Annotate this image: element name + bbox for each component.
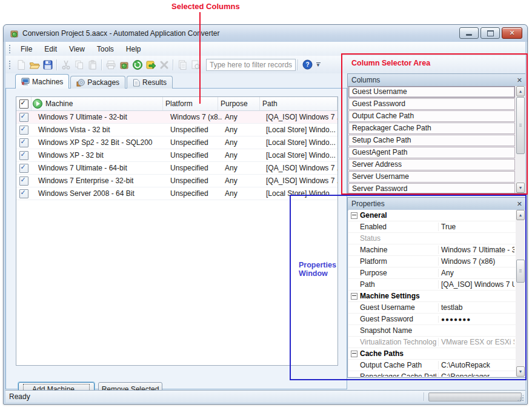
run-arrow-icon [145, 59, 156, 70]
menu-help[interactable]: Help [120, 43, 147, 55]
package-icon [119, 59, 130, 70]
table-row[interactable]: Windows Vista - 32 bit Unspecified Any [… [16, 124, 337, 136]
paste-button[interactable] [86, 58, 99, 72]
save-project-button[interactable] [41, 58, 55, 72]
build-package-button[interactable] [118, 58, 131, 72]
properties-panel-title: Properties [351, 200, 385, 208]
scrollbar-thumb[interactable] [516, 97, 525, 154]
window-title: Conversion Project 5.aacx - Automated Ap… [22, 29, 220, 38]
toolbar-options-button[interactable]: ▼ [314, 59, 322, 71]
select-all-checkbox[interactable] [19, 99, 28, 109]
close-icon[interactable]: ✕ [517, 201, 522, 207]
table-row[interactable]: Windows 7 Ultimate - 64-bit Unspecified … [16, 162, 337, 175]
tab-machines[interactable]: Machines [15, 74, 69, 89]
property-row[interactable]: Status [348, 233, 525, 244]
cut-button[interactable] [59, 58, 73, 72]
column-item[interactable]: Guest Username [348, 86, 515, 98]
column-item[interactable]: Output Cache Path [348, 110, 515, 122]
scroll-up-icon[interactable]: ▲ [516, 86, 525, 96]
maximize-button[interactable] [480, 27, 500, 39]
table-row[interactable]: Windows XP Sp2 - 32 Bit - SQL200 Unspeci… [16, 136, 337, 149]
scroll-down-icon[interactable]: ▼ [516, 183, 525, 193]
property-row[interactable]: PlatformWindows 7 (x86) [348, 256, 525, 267]
table-row[interactable]: Windows XP - 32 bit Unspecified Any [Loc… [16, 149, 337, 162]
property-row[interactable]: Guest Usernametestlab [348, 302, 525, 314]
properties-panel-header: Properties ✕ [348, 198, 525, 210]
filter-records-input[interactable] [206, 59, 296, 71]
table-row[interactable]: Windows 7 Ultimate - 32-bit Windows 7 (x… [16, 111, 337, 124]
property-row[interactable]: Path[QA_ISO] Windows 7 Ul [348, 279, 525, 291]
close-icon[interactable]: ✕ [517, 77, 522, 84]
collapse-icon[interactable] [351, 351, 357, 357]
menu-file[interactable]: File [15, 43, 38, 55]
properties-scrollbar[interactable]: ▲ ▼ [516, 210, 525, 377]
column-item[interactable]: Server Address [348, 159, 515, 170]
copy-icon [74, 59, 85, 70]
results-icon [133, 79, 140, 87]
print-button[interactable] [104, 58, 118, 72]
property-row[interactable]: PurposeAny [348, 267, 525, 279]
property-row[interactable]: Snapshot Name [348, 325, 525, 337]
open-project-button[interactable] [28, 58, 41, 72]
copy-report-button[interactable] [176, 58, 189, 72]
menubar-grip[interactable] [8, 44, 11, 53]
property-row[interactable]: Guest Password●●●●●●● [348, 314, 525, 325]
minimize-button[interactable] [459, 27, 479, 39]
property-row[interactable]: EnabledTrue [348, 221, 525, 233]
menu-edit[interactable]: Edit [38, 43, 63, 55]
row-checkbox[interactable] [19, 164, 28, 173]
refresh-icon [132, 59, 143, 70]
close-button[interactable]: ✕ [502, 27, 522, 39]
column-header-platform[interactable]: Platform [163, 97, 218, 110]
column-item[interactable]: GuestAgent Path [348, 147, 515, 158]
tab-results[interactable]: Results [127, 76, 173, 89]
stop-button[interactable] [158, 58, 171, 72]
remove-selected-button[interactable]: Remove Selected [98, 382, 162, 391]
column-item[interactable]: Server Password [348, 183, 515, 193]
column-item[interactable]: Repackager Cache Path [348, 123, 515, 134]
tab-packages[interactable]: Packages [70, 76, 125, 89]
property-group-row[interactable]: General [348, 210, 525, 221]
column-item[interactable]: Server Username [348, 171, 515, 183]
property-group-row[interactable]: Machine Settings [348, 291, 525, 302]
columns-scrollbar[interactable]: ▲ ▼ [516, 86, 525, 193]
menu-view[interactable]: View [63, 43, 91, 55]
toolbar-grip[interactable] [8, 60, 11, 69]
properties-panel: Properties ✕ General EnabledTrue Status … [347, 197, 525, 378]
property-row[interactable]: Output Cache PathC:\AutoRepack [348, 360, 525, 371]
save-icon [42, 59, 53, 70]
table-header-row: Machine Platform Purpose Path [16, 97, 337, 111]
column-item[interactable]: Guest Password [348, 98, 515, 110]
add-machine-button[interactable]: Add Machine... [18, 382, 95, 391]
menu-tools[interactable]: Tools [91, 43, 120, 55]
column-item[interactable]: Setup Cache Path [348, 135, 515, 146]
property-row[interactable]: Repackager Cache PathC:\Repackager [348, 371, 525, 377]
column-header-machine[interactable]: Machine [32, 97, 163, 110]
scrollbar-thumb[interactable] [516, 260, 525, 283]
scroll-down-icon[interactable]: ▼ [516, 366, 525, 377]
scroll-up-icon[interactable]: ▲ [516, 210, 525, 220]
column-header-purpose[interactable]: Purpose [218, 97, 260, 110]
column-header-path[interactable]: Path [260, 97, 337, 110]
collapse-icon[interactable] [351, 212, 357, 219]
client-area: Machines Packages Results [5, 73, 525, 391]
property-group-row[interactable]: Cache Paths [348, 348, 525, 360]
row-checkbox[interactable] [19, 189, 28, 198]
help-button[interactable]: ? [301, 58, 314, 72]
copy-button[interactable] [73, 58, 86, 72]
toolbar-separator [101, 59, 102, 70]
row-checkbox[interactable] [19, 176, 28, 186]
row-checkbox[interactable] [19, 113, 28, 122]
collapse-icon[interactable] [351, 293, 357, 300]
row-checkbox[interactable] [19, 138, 28, 147]
row-checkbox[interactable] [19, 151, 28, 160]
refresh-button[interactable] [131, 58, 144, 72]
table-row[interactable]: Windows 7 Enterprise - 32-bit Unspecifie… [16, 175, 337, 187]
open-folder-icon [29, 59, 40, 70]
property-row[interactable]: MachineWindows 7 Ultimate - 3 [348, 244, 525, 256]
run-conversion-button[interactable] [144, 58, 158, 72]
property-row[interactable]: Virtualization TechnologVMware ESX or ES… [348, 337, 525, 348]
table-row[interactable]: Windows Server 2008 - 64 Bit Unspecified… [16, 187, 337, 200]
new-document-button[interactable] [15, 58, 28, 72]
row-checkbox[interactable] [19, 126, 28, 135]
